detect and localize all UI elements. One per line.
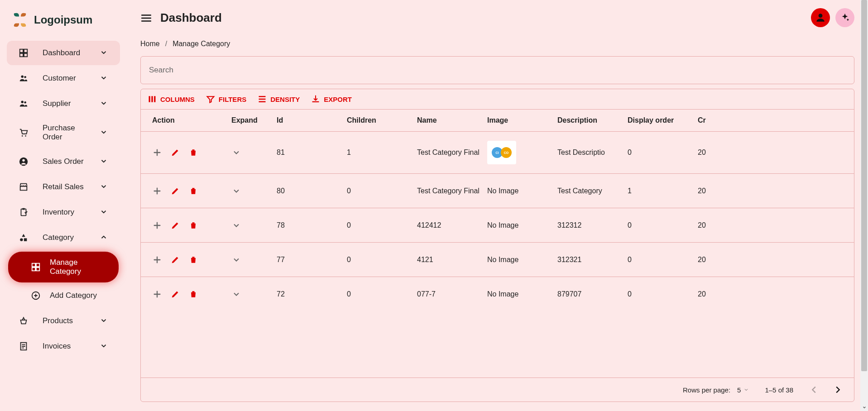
expand-row-button[interactable] <box>231 255 241 265</box>
header-description[interactable]: Description <box>557 116 628 124</box>
cell-id: 81 <box>277 148 347 157</box>
header-created[interactable]: Cr <box>698 116 725 124</box>
breadcrumb-home[interactable]: Home <box>140 40 160 48</box>
delete-button[interactable] <box>188 220 198 230</box>
edit-button[interactable] <box>170 186 180 196</box>
columns-button[interactable]: COLUMNS <box>148 95 195 104</box>
sidebar-item-supplier[interactable]: Supplier <box>7 91 120 116</box>
prev-page-button[interactable] <box>809 385 819 395</box>
sidebar-subitem-label: Add Category <box>50 291 97 300</box>
grid-toolbar: COLUMNS FILTERS DENSITY EXPORT <box>141 89 854 109</box>
grid-scroll[interactable]: Action Expand Id Children Name Image Des… <box>141 109 854 378</box>
delete-button[interactable] <box>188 186 198 196</box>
columns-label: COLUMNS <box>160 96 195 103</box>
header-children[interactable]: Children <box>347 116 417 124</box>
sidebar-item-customer[interactable]: Customer <box>7 66 120 91</box>
svg-point-22 <box>819 14 823 18</box>
dashboard-icon <box>18 48 29 58</box>
cell-display-order: 0 <box>628 256 698 264</box>
sidebar-subitem-label: Manage Category <box>50 258 107 276</box>
sidebar-item-retail-sales[interactable]: Retail Sales <box>7 175 120 199</box>
sidebar-item-label: Products <box>43 316 86 325</box>
delete-button[interactable] <box>188 289 198 299</box>
svg-rect-13 <box>22 208 25 210</box>
add-child-button[interactable] <box>152 289 162 299</box>
density-button[interactable]: DENSITY <box>258 95 300 104</box>
group-icon <box>18 73 29 84</box>
add-child-button[interactable] <box>152 255 162 265</box>
edit-button[interactable] <box>170 148 180 158</box>
table-row: 80 0 Test Category Final No Image Test C… <box>141 173 854 208</box>
svg-point-11 <box>22 159 25 162</box>
density-label: DENSITY <box>270 96 300 103</box>
sidebar-item-inventory[interactable]: Inventory <box>7 200 120 225</box>
cell-image: No Image <box>487 290 557 298</box>
add-child-button[interactable] <box>152 148 162 158</box>
sidebar-item-dashboard[interactable]: Dashboard <box>7 41 120 65</box>
svg-point-14 <box>20 238 23 241</box>
scrollbar-thumb[interactable] <box>861 0 867 371</box>
chevron-up-icon <box>100 233 109 242</box>
expand-row-button[interactable] <box>231 289 241 299</box>
cell-created: 20 <box>698 187 725 195</box>
header-name[interactable]: Name <box>417 116 487 124</box>
cell-image: CICO <box>487 141 557 164</box>
hamburger-icon[interactable] <box>140 12 151 23</box>
sidebar-subitem-add-category[interactable]: Add Category <box>8 284 119 307</box>
no-image-text: No Image <box>487 256 518 263</box>
scrollbar-down-arrow[interactable] <box>860 403 868 411</box>
sidebar-item-label: Dashboard <box>43 48 86 57</box>
sidebar-item-products[interactable]: Products <box>7 309 120 333</box>
cell-description: Test Descriptio <box>557 148 628 157</box>
edit-button[interactable] <box>170 255 180 265</box>
sidebar-item-invoices[interactable]: Invoices <box>7 334 120 358</box>
rows-per-page: Rows per page: 5 <box>683 386 749 394</box>
header-action[interactable]: Action <box>145 116 231 124</box>
add-child-button[interactable] <box>152 220 162 230</box>
filters-button[interactable]: FILTERS <box>206 95 246 104</box>
sidebar-item-label: Retail Sales <box>43 182 86 191</box>
search-input[interactable] <box>149 66 846 75</box>
pagination-range: 1–5 of 38 <box>765 386 793 394</box>
sidebar-item-label: Category <box>43 233 86 242</box>
cell-description: 312312 <box>557 221 628 229</box>
cell-children: 1 <box>347 148 417 157</box>
sidebar-item-category[interactable]: Category <box>7 225 120 250</box>
edit-button[interactable] <box>170 220 180 230</box>
store-icon <box>18 182 29 192</box>
no-image-text: No Image <box>487 187 518 195</box>
header-id[interactable]: Id <box>277 116 347 124</box>
cell-name: Test Category Final <box>417 148 487 157</box>
add-child-button[interactable] <box>152 186 162 196</box>
cell-id: 80 <box>277 187 347 195</box>
data-grid: COLUMNS FILTERS DENSITY EXPORT <box>140 89 854 402</box>
sparkle-button[interactable] <box>835 8 854 27</box>
header-display-order[interactable]: Display order <box>628 116 698 124</box>
expand-row-button[interactable] <box>231 148 241 158</box>
cell-description: 312321 <box>557 256 628 264</box>
export-button[interactable]: EXPORT <box>311 95 352 104</box>
header-expand[interactable]: Expand <box>231 116 277 124</box>
account-button[interactable] <box>811 8 830 27</box>
svg-point-9 <box>25 135 26 137</box>
header-image[interactable]: Image <box>487 116 557 124</box>
page-scrollbar[interactable] <box>860 0 868 411</box>
next-page-button[interactable] <box>833 385 843 395</box>
no-image-text: No Image <box>487 290 518 298</box>
edit-button[interactable] <box>170 289 180 299</box>
sidebar-subitem-manage-category[interactable]: Manage Category <box>8 252 119 282</box>
cell-name: Test Category Final <box>417 187 487 195</box>
cell-children: 0 <box>347 221 417 229</box>
sidebar-item-sales-order[interactable]: Sales Order <box>7 149 120 174</box>
sidebar-item-purchase-order[interactable]: Purchase Order <box>7 117 120 148</box>
cell-created: 20 <box>698 256 725 264</box>
breadcrumb-separator: / <box>165 40 167 48</box>
cell-image: No Image <box>487 221 557 229</box>
delete-button[interactable] <box>188 148 198 158</box>
expand-row-button[interactable] <box>231 186 241 196</box>
logo-icon <box>11 11 29 29</box>
expand-row-button[interactable] <box>231 220 241 230</box>
rows-per-page-select[interactable]: 5 <box>737 386 749 394</box>
delete-button[interactable] <box>188 255 198 265</box>
logo[interactable]: Logoipsum <box>0 7 127 40</box>
